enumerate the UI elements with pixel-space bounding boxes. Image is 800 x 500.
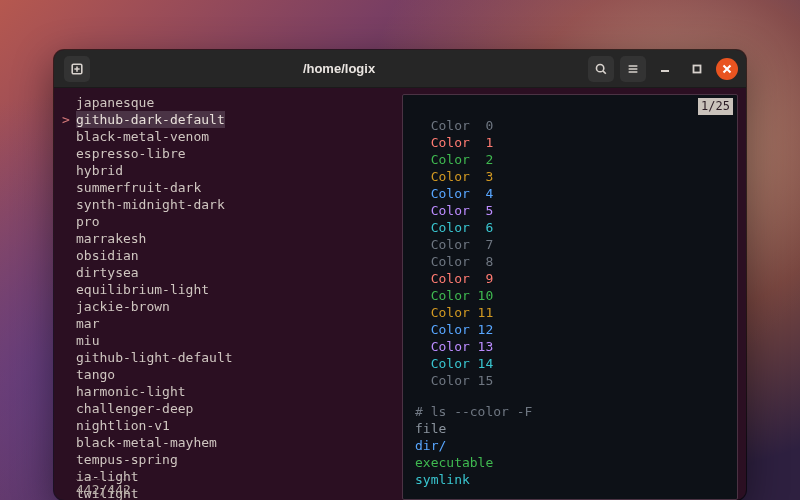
theme-name: nightlion-v1 [76,417,170,434]
theme-row[interactable]: > github-dark-default [62,111,396,128]
theme-name: marrakesh [76,230,146,247]
pointer-icon [62,162,76,179]
theme-name: black-metal-mayhem [76,434,217,451]
color-row: Color 12 [415,321,725,338]
ls-item: dir/ [415,437,725,454]
theme-row[interactable]: japanesque [62,94,396,111]
theme-row[interactable]: miu [62,332,396,349]
titlebar: /home/logix [54,50,746,88]
theme-row[interactable]: equilibrium-light [62,281,396,298]
color-row: Color 9 [415,270,725,287]
ls-item: file [415,420,725,437]
ls-header: # ls --color -F [415,403,725,420]
theme-name: github-dark-default [76,111,225,128]
terminal-window: /home/logix japanesque> github-dark-defa… [54,50,746,500]
ls-item: executable [415,454,725,471]
theme-row[interactable]: harmonic-light [62,383,396,400]
pointer-icon [62,298,76,315]
pointer-icon [62,247,76,264]
theme-row[interactable]: nightlion-v1 [62,417,396,434]
theme-name: synth-midnight-dark [76,196,225,213]
pointer-icon [62,230,76,247]
theme-row[interactable]: hybrid [62,162,396,179]
theme-row[interactable]: jackie-brown [62,298,396,315]
color-row: Color 4 [415,185,725,202]
color-row: Color 8 [415,253,725,270]
svg-rect-2 [694,65,701,72]
preview-counter-badge: 1/25 [698,98,733,115]
color-swatch-list: Color 0 Color 1 Color 2 Color 3 Color 4 … [415,117,725,389]
pointer-icon [62,264,76,281]
theme-row[interactable]: obsidian [62,247,396,264]
svg-point-1 [596,64,603,71]
pointer-icon [62,94,76,111]
theme-row[interactable]: pro [62,213,396,230]
theme-row[interactable]: tango [62,366,396,383]
theme-name: espresso-libre [76,145,186,162]
theme-name: pro [76,213,99,230]
theme-name: harmonic-light [76,383,186,400]
theme-name: jackie-brown [76,298,170,315]
color-row: Color 15 [415,372,725,389]
color-row: Color 5 [415,202,725,219]
theme-name: black-metal-venom [76,128,209,145]
theme-row[interactable]: espresso-libre [62,145,396,162]
pointer-icon [62,281,76,298]
theme-name: hybrid [76,162,123,179]
theme-row[interactable]: github-light-default [62,349,396,366]
pointer-icon [62,213,76,230]
pointer-icon [62,400,76,417]
theme-name: github-light-default [76,349,233,366]
theme-name: tango [76,366,115,383]
pointer-icon [62,145,76,162]
theme-row[interactable]: black-metal-mayhem [62,434,396,451]
pointer-icon [62,468,76,485]
search-button[interactable] [588,56,614,82]
pointer-icon [62,196,76,213]
close-button[interactable] [716,58,738,80]
theme-row[interactable]: dirtysea [62,264,396,281]
pointer-icon [62,332,76,349]
theme-row[interactable]: marrakesh [62,230,396,247]
terminal-body: japanesque> github-dark-default black-me… [54,88,746,500]
new-tab-button[interactable] [64,56,90,82]
ls-item: symlink [415,471,725,488]
color-row: Color 14 [415,355,725,372]
pointer-icon [62,434,76,451]
color-row: Color 6 [415,219,725,236]
pointer-icon [62,383,76,400]
theme-list-pane[interactable]: japanesque> github-dark-default black-me… [54,88,396,500]
theme-name: mar [76,315,99,332]
theme-row[interactable]: summerfruit-dark [62,179,396,196]
color-row: Color 7 [415,236,725,253]
pointer-icon [62,128,76,145]
pointer-icon [62,451,76,468]
pointer-icon [62,485,76,500]
pointer-icon: > [62,111,76,128]
pointer-icon [62,349,76,366]
minimize-button[interactable] [652,56,678,82]
theme-row[interactable]: synth-midnight-dark [62,196,396,213]
theme-name: japanesque [76,94,154,111]
pointer-icon [62,366,76,383]
theme-name: dirtysea [76,264,139,281]
preview-pane: 1/25 Color 0 Color 1 Color 2 Color 3 Col… [402,94,738,500]
ls-preview-block: # ls --color -F file dir/ executable sym… [415,403,725,488]
menu-button[interactable] [620,56,646,82]
color-row: Color 11 [415,304,725,321]
theme-row[interactable]: mar [62,315,396,332]
theme-name: summerfruit-dark [76,179,201,196]
theme-row[interactable]: challenger-deep [62,400,396,417]
color-row: Color 0 [415,117,725,134]
theme-name: equilibrium-light [76,281,209,298]
color-row: Color 2 [415,151,725,168]
color-row: Color 1 [415,134,725,151]
match-counter: 442/442 [76,479,131,498]
theme-row[interactable]: black-metal-venom [62,128,396,145]
theme-name: tempus-spring [76,451,178,468]
theme-name: obsidian [76,247,139,264]
theme-row[interactable]: tempus-spring [62,451,396,468]
color-row: Color 13 [415,338,725,355]
color-row: Color 3 [415,168,725,185]
maximize-button[interactable] [684,56,710,82]
